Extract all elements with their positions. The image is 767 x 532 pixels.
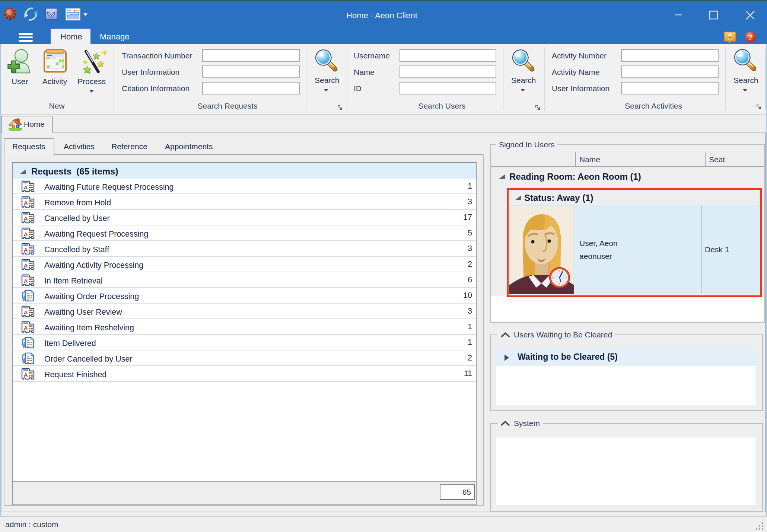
svg-text:?: ?	[748, 33, 753, 41]
